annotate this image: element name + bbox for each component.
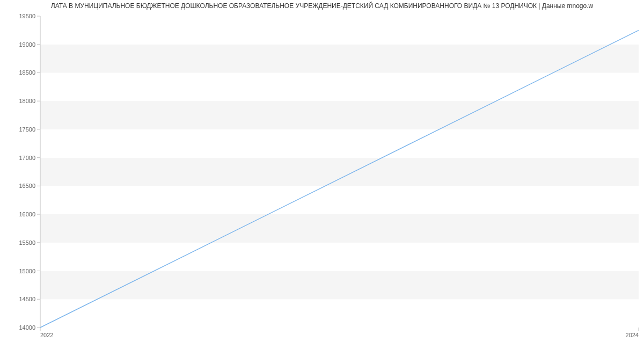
grid-band (40, 101, 639, 129)
y-tick-label: 19500 (19, 13, 35, 19)
y-tick-label: 14000 (19, 324, 35, 331)
grid-band (40, 45, 639, 73)
y-tick-label: 17000 (19, 155, 35, 161)
grid-band (40, 16, 639, 45)
grid-band (40, 214, 639, 243)
chart-title: ЛАТА В МУНИЦИПАЛЬНОЕ БЮДЖЕТНОЕ ДОШКОЛЬНО… (0, 0, 644, 11)
chart-svg: 1400014500150001550016000165001700017500… (0, 11, 644, 344)
grid-band (40, 243, 639, 271)
x-tick-label: 2024 (626, 332, 639, 338)
y-tick-label: 19000 (19, 41, 35, 48)
y-tick-label: 16000 (19, 211, 35, 217)
chart-area: 1400014500150001550016000165001700017500… (0, 11, 644, 344)
y-tick-label: 15000 (19, 268, 35, 274)
grid-band (40, 129, 639, 158)
y-tick-label: 17500 (19, 126, 35, 133)
x-tick-label: 2022 (40, 332, 53, 338)
y-tick-label: 15500 (19, 239, 35, 246)
y-tick-label: 16500 (19, 183, 35, 189)
grid-band (40, 72, 639, 101)
y-tick-label: 18500 (19, 69, 35, 76)
y-tick-label: 14500 (19, 296, 35, 302)
grid-band (40, 299, 639, 328)
grid-band (40, 158, 639, 186)
grid-band (40, 186, 639, 214)
grid-band (40, 271, 639, 300)
y-tick-label: 18000 (19, 98, 35, 104)
